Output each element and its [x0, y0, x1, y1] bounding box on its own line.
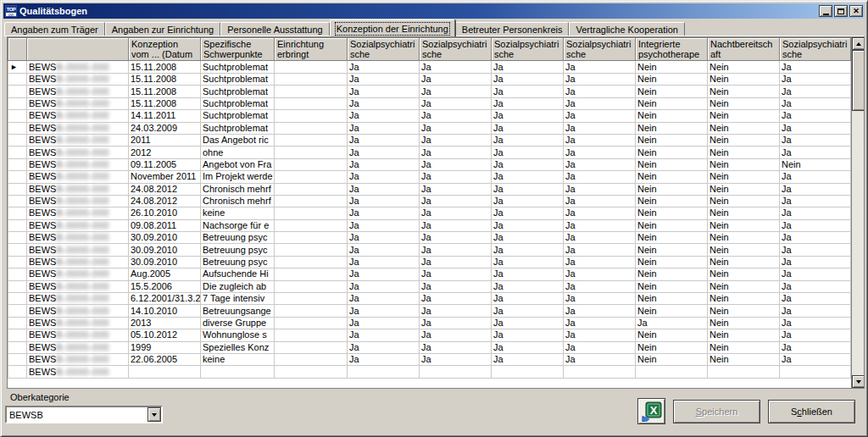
cell-empty[interactable] [492, 366, 564, 378]
cell-ja-nein[interactable]: Ja [780, 329, 851, 341]
cell-ja-nein[interactable]: Ja [348, 268, 420, 280]
cell-ja-nein[interactable]: Ja [492, 134, 564, 146]
tab-konzeption-der-einrichtung[interactable]: Konzeption der Einrichtung [330, 19, 455, 36]
cell-ja-nein[interactable]: Nein [708, 353, 780, 365]
cell-ja-nein[interactable]: Ja [564, 293, 636, 305]
cell-konzeption-datum[interactable]: 09.11.2005 [129, 158, 201, 170]
cell-ja-nein[interactable]: Ja [564, 171, 636, 183]
cell-ja-nein[interactable]: Ja [780, 122, 851, 134]
cell-ja-nein[interactable]: Ja [420, 61, 492, 74]
cell-konzeption-datum[interactable]: 15.11.2008 [129, 74, 201, 86]
cell-ja-nein[interactable]: Ja [780, 219, 851, 231]
cell-schwerpunkte[interactable]: 7 Tage intensiv [201, 293, 275, 305]
cell-schwerpunkte[interactable]: keine [201, 207, 275, 219]
row-selector[interactable] [8, 97, 27, 109]
cell-ja-nein[interactable]: Ja [348, 293, 420, 305]
close-form-button[interactable]: Schließen [768, 400, 855, 423]
cell-ja-nein[interactable]: Nein [708, 329, 780, 341]
cell-einrichtung-erbringt[interactable] [275, 74, 348, 86]
cell-ja-nein[interactable]: Ja [564, 110, 636, 122]
cell-schwerpunkte[interactable]: diverse Gruppe [201, 317, 275, 329]
cell-ja-nein[interactable]: Ja [492, 280, 564, 292]
cell-schwerpunkte[interactable]: Chronisch mehrf [201, 183, 275, 195]
cell-ja-nein[interactable]: Ja [564, 195, 636, 207]
cell-schwerpunkte[interactable]: Suchtproblemat [201, 110, 275, 122]
cell-ja-nein[interactable]: Ja [420, 256, 492, 268]
cell-ja-nein[interactable]: Ja [420, 305, 492, 317]
cell-ja-nein[interactable]: Ja [492, 232, 564, 244]
cell-ja-nein[interactable]: Ja [348, 329, 420, 341]
cell-konzeption-datum[interactable]: 24.03.2009 [129, 122, 201, 134]
cell-ja-nein[interactable]: Ja [780, 256, 851, 268]
cell-ja-nein[interactable]: Ja [780, 280, 851, 292]
cell-ja-nein[interactable]: Ja [420, 329, 492, 341]
row-selector[interactable] [8, 86, 27, 97]
row-selector[interactable] [8, 219, 27, 231]
column-header[interactable]: Sozialpsychiatri sche [348, 38, 420, 61]
cell-konzeption-datum[interactable]: 15.5.2006 [129, 280, 201, 292]
cell-schwerpunkte[interactable]: Suchtproblemat [201, 61, 275, 74]
cell-ja-nein[interactable]: Ja [420, 195, 492, 207]
cell-ja-nein[interactable]: Ja [564, 207, 636, 219]
cell-ja-nein[interactable]: Nein [636, 293, 708, 305]
cell-ja-nein[interactable]: Ja [564, 317, 636, 329]
record-id-cell[interactable]: BEWSB-0000-000 [27, 171, 129, 183]
cell-einrichtung-erbringt[interactable] [275, 353, 348, 365]
row-selector[interactable] [8, 366, 27, 378]
cell-ja-nein[interactable]: Ja [564, 134, 636, 146]
cell-einrichtung-erbringt[interactable] [275, 122, 348, 134]
cell-schwerpunkte[interactable]: Betreuung psyc [201, 232, 275, 244]
cell-ja-nein[interactable]: Ja [348, 110, 420, 122]
cell-konzeption-datum[interactable]: 15.11.2008 [129, 86, 201, 97]
cell-ja-nein[interactable]: Ja [348, 280, 420, 292]
cell-ja-nein[interactable]: Ja [780, 305, 851, 317]
record-id-cell[interactable]: BEWSB-0000-000 [27, 232, 129, 244]
cell-empty[interactable] [201, 366, 275, 378]
record-id-cell[interactable]: BEWSB-0000-000 [27, 317, 129, 329]
cell-ja-nein[interactable]: Ja [348, 353, 420, 365]
cell-ja-nein[interactable]: Ja [492, 110, 564, 122]
column-header[interactable]: Sozialpsychiatri sche [564, 38, 636, 61]
cell-ja-nein[interactable]: Ja [420, 97, 492, 109]
cell-ja-nein[interactable]: Nein [708, 171, 780, 183]
cell-ja-nein[interactable]: Ja [420, 122, 492, 134]
cell-ja-nein[interactable]: Ja [348, 122, 420, 134]
cell-ja-nein[interactable]: Ja [348, 86, 420, 97]
cell-ja-nein[interactable]: Nein [708, 86, 780, 97]
cell-ja-nein[interactable]: Ja [492, 74, 564, 86]
cell-ja-nein[interactable]: Ja [492, 244, 564, 256]
cell-einrichtung-erbringt[interactable] [275, 268, 348, 280]
row-selector[interactable] [8, 280, 27, 292]
cell-ja-nein[interactable]: Nein [636, 268, 708, 280]
column-header[interactable]: Konzeption vom ... (Datum [129, 38, 201, 61]
cell-schwerpunkte[interactable]: Wohnunglose s [201, 329, 275, 341]
record-id-cell[interactable]: BEWSB-0000-000 [27, 293, 129, 305]
row-selector[interactable] [8, 74, 27, 86]
cell-ja-nein[interactable]: Ja [780, 293, 851, 305]
cell-ja-nein[interactable]: Ja [780, 171, 851, 183]
cell-ja-nein[interactable]: Ja [420, 244, 492, 256]
cell-empty[interactable] [348, 366, 420, 378]
cell-einrichtung-erbringt[interactable] [275, 207, 348, 219]
row-selector[interactable] [8, 134, 27, 146]
cell-ja-nein[interactable]: Nein [636, 86, 708, 97]
column-header[interactable]: Sozialpsychiatri sche [780, 38, 851, 61]
column-header[interactable]: Einrichtung erbringt [275, 38, 348, 61]
cell-ja-nein[interactable]: Ja [780, 86, 851, 97]
cell-konzeption-datum[interactable]: Aug.2005 [129, 268, 201, 280]
cell-ja-nein[interactable]: Ja [492, 305, 564, 317]
cell-schwerpunkte[interactable]: Suchtproblemat [201, 122, 275, 134]
cell-ja-nein[interactable]: Ja [780, 97, 851, 109]
cell-ja-nein[interactable]: Nein [636, 134, 708, 146]
cell-ja-nein[interactable]: Ja [492, 353, 564, 365]
cell-schwerpunkte[interactable]: Betreuungsange [201, 305, 275, 317]
cell-ja-nein[interactable]: Ja [348, 232, 420, 244]
cell-ja-nein[interactable]: Ja [420, 134, 492, 146]
cell-ja-nein[interactable]: Ja [420, 341, 492, 353]
tab-personelle-ausstattung[interactable]: Personelle Ausstattung [220, 22, 330, 36]
cell-ja-nein[interactable]: Ja [348, 74, 420, 86]
cell-schwerpunkte[interactable]: Die zugleich ab [201, 280, 275, 292]
cell-einrichtung-erbringt[interactable] [275, 134, 348, 146]
cell-ja-nein[interactable]: Nein [708, 195, 780, 207]
cell-ja-nein[interactable]: Ja [348, 171, 420, 183]
